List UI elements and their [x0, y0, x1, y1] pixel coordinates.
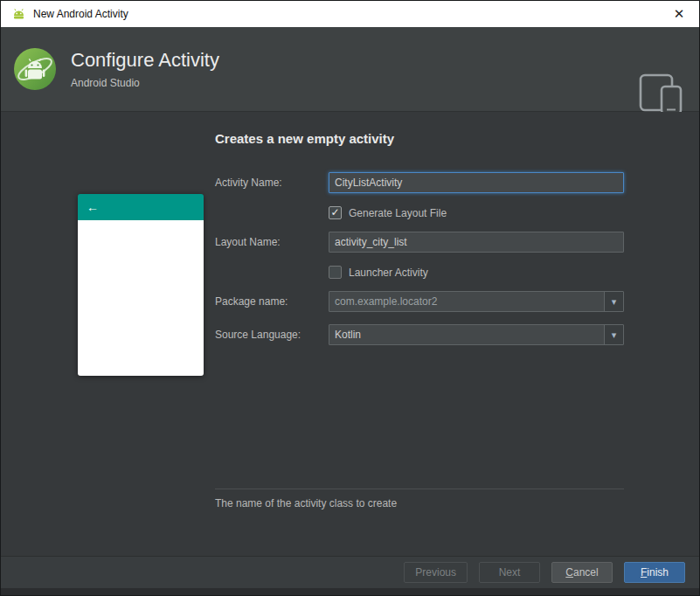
chevron-down-icon[interactable]: ▾: [604, 292, 623, 311]
window-title: New Android Activity: [33, 8, 128, 20]
chevron-down-icon[interactable]: ▾: [604, 325, 623, 344]
activity-preview-appbar: ←: [78, 194, 204, 220]
hint-separator: [215, 489, 624, 489]
activity-preview: ←: [78, 194, 204, 376]
launcher-activity-label[interactable]: Launcher Activity: [349, 267, 428, 279]
activity-name-input[interactable]: [329, 172, 624, 193]
form-heading: Creates a new empty activity: [215, 131, 624, 146]
previous-button[interactable]: Previous: [404, 562, 468, 583]
source-language-value[interactable]: Kotlin: [329, 325, 604, 344]
check-icon: ✓: [330, 207, 339, 218]
package-name-row: Package name: com.example.locator2 ▾: [215, 291, 624, 312]
launcher-activity-row: ✓ Launcher Activity: [329, 266, 624, 279]
source-language-row: Source Language: Kotlin ▾: [215, 324, 624, 345]
package-name-combobox[interactable]: com.example.locator2 ▾: [329, 291, 624, 312]
new-android-activity-dialog: New Android Activity ✕: [0, 0, 700, 596]
launcher-activity-checkbox[interactable]: ✓: [329, 266, 342, 279]
cancel-button[interactable]: Cancel: [551, 562, 613, 583]
window-bottom-strip: [1, 588, 699, 595]
wizard-title: Configure Activity: [71, 49, 219, 72]
android-icon: [11, 8, 26, 20]
wizard-subtitle: Android Studio: [71, 77, 219, 89]
generate-layout-row: ✓ Generate Layout File: [329, 206, 624, 219]
activity-preview-body: [78, 220, 204, 376]
activity-name-row: Activity Name:: [215, 172, 624, 193]
generate-layout-label[interactable]: Generate Layout File: [349, 207, 447, 219]
generate-layout-checkbox[interactable]: ✓: [329, 206, 342, 219]
wizard-content: ← Creates a new empty activity Activity …: [1, 112, 699, 556]
layout-name-input[interactable]: [329, 232, 624, 253]
layout-name-row: Layout Name:: [215, 232, 624, 253]
title-bar: New Android Activity ✕: [1, 1, 699, 27]
configure-form: Creates a new empty activity Activity Na…: [215, 112, 624, 509]
layout-name-label: Layout Name:: [215, 236, 329, 248]
android-studio-logo: [13, 47, 57, 91]
source-language-dropdown[interactable]: Kotlin ▾: [329, 324, 624, 345]
package-name-value[interactable]: com.example.locator2: [329, 292, 604, 311]
wizard-header: Configure Activity Android Studio: [1, 27, 699, 112]
source-language-label: Source Language:: [215, 329, 329, 341]
package-name-label: Package name:: [215, 295, 329, 308]
close-icon[interactable]: ✕: [669, 4, 689, 24]
button-bar: Previous Next Cancel Finish: [1, 556, 699, 588]
next-button[interactable]: Next: [479, 562, 540, 583]
finish-button[interactable]: Finish: [624, 562, 685, 583]
activity-name-label: Activity Name:: [215, 177, 329, 189]
hint-text: The name of the activity class to create: [215, 497, 624, 509]
back-arrow-icon: ←: [87, 200, 99, 214]
